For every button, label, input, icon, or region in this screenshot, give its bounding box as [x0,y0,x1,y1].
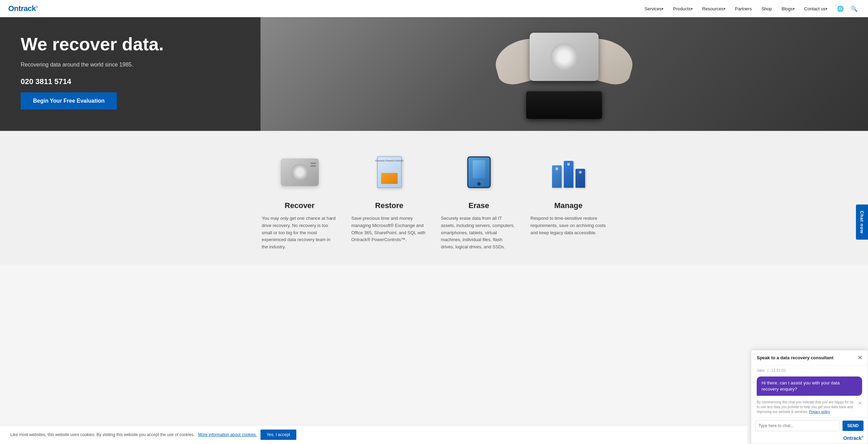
nav-icons: 🌐 🔍 [835,6,860,12]
recover-description: You may only get one chance at hard driv… [262,215,338,251]
service-card-manage: Manage Respond to time-sensitive restore… [531,152,606,251]
hero-background-image [261,17,868,131]
erase-icon [458,152,500,193]
search-icon[interactable]: 🔍 [849,6,860,12]
free-evaluation-button[interactable]: Begin Your Free Evaluation [21,92,117,110]
erase-description: Securely erase data from all IT assets, … [441,215,517,251]
nav-links: Services Products Resources Partners Sho… [640,0,832,17]
recover-title: Recover [262,201,338,210]
hero-title: We recover data. [21,34,172,54]
nav-contact[interactable]: Contact us [799,0,832,17]
nav-services[interactable]: Services [640,0,668,17]
hero-phone[interactable]: 020 3811 5714 [21,77,172,86]
nav-shop[interactable]: Shop [757,0,777,17]
restore-title: Restore [351,201,427,210]
services-grid: Recover You may only get one chance at h… [245,152,624,251]
service-card-restore: Ontrack PowerControls Restore Save preci… [351,152,427,251]
nav-resources[interactable]: Resources [697,0,730,17]
recover-icon [279,152,320,193]
logo-text: Ontrack [8,4,36,13]
services-section: Recover You may only get one chance at h… [0,131,868,265]
navigation: Ontrack® Services Products Resources Par… [0,0,868,17]
hero-subtitle: Recovering data around the world since 1… [21,61,172,69]
nav-products[interactable]: Products [668,0,697,17]
nav-blogs[interactable]: Blogs [777,0,799,17]
service-card-erase: Erase Securely erase data from all IT as… [441,152,517,251]
logo-trademark: ® [36,5,38,9]
hero-content: We recover data. Recovering data around … [0,17,193,120]
restore-description: Save precious time and money managing Mi… [351,215,427,244]
manage-description: Respond to time-sensitive restore requir… [531,215,606,236]
restore-icon: Ontrack PowerControls [369,152,410,193]
nav-partners[interactable]: Partners [730,0,757,17]
service-card-recover: Recover You may only get one chance at h… [262,152,338,251]
manage-icon [548,152,589,193]
site-logo[interactable]: Ontrack® [8,4,38,13]
manage-title: Manage [531,201,606,210]
hero-section: We recover data. Recovering data around … [0,17,868,131]
erase-title: Erase [441,201,517,210]
chat-tab[interactable]: Chat now [856,204,868,240]
globe-icon[interactable]: 🌐 [835,6,846,12]
